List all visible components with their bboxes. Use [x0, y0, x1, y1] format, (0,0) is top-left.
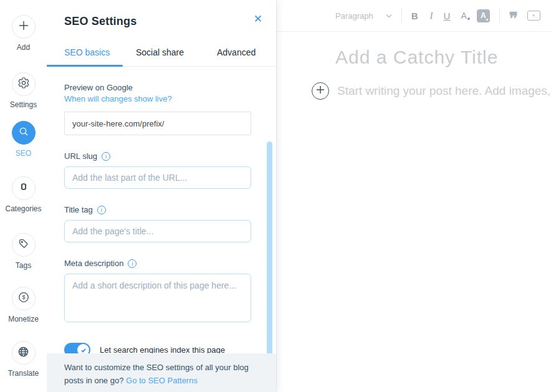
dollar-icon: $	[17, 291, 30, 306]
paragraph-style-dropdown[interactable]: Paragraph	[335, 11, 373, 21]
globe-icon	[17, 346, 29, 360]
code-block-button[interactable]: >_	[527, 11, 540, 21]
add-content-button[interactable]	[312, 82, 329, 100]
panel-header: SEO Settings ✕	[47, 0, 276, 39]
tab-social-share[interactable]: Social share	[136, 39, 184, 66]
post-editor: Paragraph B I U A A ❞ >_ Add a Catchy Ti…	[276, 0, 551, 392]
sidebar-item-monetize[interactable]: $ Monetize	[0, 287, 47, 323]
title-tag-input[interactable]	[64, 220, 251, 242]
toolbar-divider	[401, 8, 402, 23]
side-icon-rail: Add Settings SEO Categories	[0, 0, 47, 392]
close-icon[interactable]: ✕	[254, 14, 262, 24]
plus-icon	[316, 85, 325, 97]
seo-patterns-link[interactable]: Go to SEO Patterns	[126, 376, 198, 385]
meta-description-input[interactable]	[64, 274, 251, 322]
highlight-color-button[interactable]: A	[477, 9, 490, 22]
svg-text:$: $	[22, 294, 25, 300]
post-body-placeholder[interactable]: Start writing your post here. Add images…	[337, 84, 551, 98]
toolbar-divider	[499, 8, 500, 23]
chevron-down-icon[interactable]	[386, 14, 392, 18]
tab-advanced[interactable]: Advanced	[217, 39, 256, 66]
sidebar-item-label: Settings	[10, 100, 37, 109]
blockquote-button[interactable]: ❞	[509, 11, 517, 27]
post-body-row: Start writing your post here. Add images…	[312, 82, 551, 100]
preview-url: your-site-here.com/prefix/	[72, 119, 164, 128]
meta-description-label: Meta description	[64, 259, 123, 268]
translate-button[interactable]	[12, 341, 36, 365]
google-preview-box[interactable]: your-site-here.com/prefix/	[64, 112, 251, 135]
title-tag-group: Title tag i	[64, 205, 251, 242]
url-slug-group: URL slug i	[64, 151, 251, 189]
sidebar-item-label: Monetize	[8, 315, 39, 323]
bold-button[interactable]: B	[411, 11, 418, 21]
meta-description-group: Meta description i	[64, 259, 251, 322]
sidebar-item-seo[interactable]: SEO	[0, 121, 47, 158]
sidebar-item-translate[interactable]: Translate	[0, 341, 47, 378]
sidebar-item-settings[interactable]: Settings	[0, 72, 47, 109]
preview-on-google-label: Preview on Google	[64, 83, 251, 92]
settings-button[interactable]	[12, 72, 36, 96]
italic-button[interactable]: I	[430, 11, 433, 21]
changes-show-live-link[interactable]: When will changes show live?	[64, 94, 251, 103]
cards-icon	[17, 181, 30, 196]
tags-button[interactable]	[12, 233, 36, 257]
sidebar-item-label: SEO	[16, 149, 31, 158]
panel-body: Preview on Google When will changes show…	[47, 67, 276, 353]
underline-button[interactable]: U	[444, 11, 451, 21]
url-slug-input[interactable]	[64, 166, 251, 189]
add-button[interactable]	[12, 15, 36, 39]
sidebar-item-add[interactable]: Add	[0, 15, 47, 52]
panel-footer: Want to customize the SEO settings of al…	[47, 353, 276, 392]
sidebar-item-categories[interactable]: Categories	[0, 176, 47, 213]
post-title-placeholder[interactable]: Add a Catchy Title	[335, 47, 551, 68]
sidebar-item-label: Categories	[5, 204, 41, 213]
tab-seo-basics[interactable]: SEO basics	[47, 39, 123, 66]
sidebar-item-label: Tags	[16, 261, 31, 270]
sidebar-item-label: Add	[17, 43, 30, 52]
text-color-button[interactable]: A	[461, 11, 466, 20]
url-slug-label: URL slug	[64, 151, 97, 161]
editor-toolbar: Paragraph B I U A A ❞ >_	[277, 0, 551, 32]
panel-tabs: SEO basics Social share Advanced	[47, 39, 276, 67]
info-icon[interactable]: i	[97, 206, 106, 214]
gear-icon	[17, 77, 30, 92]
search-icon	[18, 126, 29, 140]
tag-icon	[18, 238, 29, 252]
categories-button[interactable]	[12, 176, 36, 200]
info-icon[interactable]: i	[102, 152, 110, 161]
panel-title: SEO Settings	[64, 15, 137, 27]
plus-icon	[18, 20, 29, 34]
sidebar-item-tags[interactable]: Tags	[0, 233, 47, 270]
seo-settings-panel: SEO Settings ✕ SEO basics Social share A…	[47, 0, 276, 392]
sidebar-item-label: Translate	[8, 369, 39, 378]
title-tag-label: Title tag	[64, 205, 93, 214]
monetize-button[interactable]: $	[12, 287, 36, 310]
seo-button[interactable]	[12, 121, 36, 145]
info-icon[interactable]: i	[128, 259, 137, 268]
